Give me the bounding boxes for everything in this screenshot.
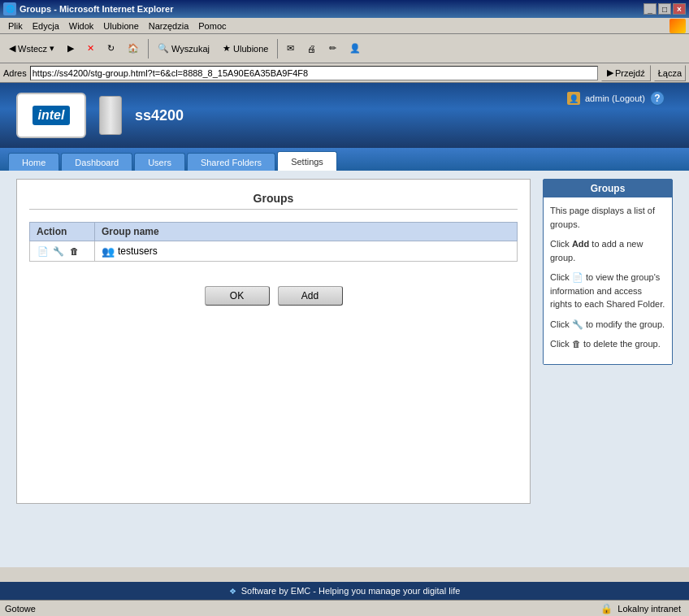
user-info: 👤 admin (Logout) ? xyxy=(567,91,665,106)
home-icon: 🏠 xyxy=(128,43,139,54)
group-name-content: 👥 testusers xyxy=(102,245,510,258)
search-button[interactable]: 🔍 Wyszukaj xyxy=(152,37,215,60)
address-label: Adres xyxy=(3,68,27,78)
intel-logo: intel xyxy=(16,93,86,138)
help-button[interactable]: ? xyxy=(650,91,665,106)
toolbar-separator-1 xyxy=(148,39,149,59)
menu-bar: Plik Edycja Widok Ulubione Narzędzia Pom… xyxy=(0,18,689,34)
group-name-cell: 👥 testusers xyxy=(95,241,518,262)
table-row: 📄 🔧 🗑 👥 testusers xyxy=(30,241,518,262)
section-title: Groups xyxy=(29,192,518,205)
forward-arrow-icon: ▶ xyxy=(67,43,74,54)
home-button[interactable]: 🏠 xyxy=(122,37,145,60)
links-button[interactable]: Łącza xyxy=(654,65,686,81)
toolbar: ◀ Wstecz ▾ ▶ ✕ ↻ 🏠 🔍 Wyszukaj ★ Ulubione… xyxy=(0,34,689,63)
col-action: Action xyxy=(30,223,95,241)
help-panel-title: Groups xyxy=(544,180,672,197)
tab-users[interactable]: Users xyxy=(134,153,185,171)
edit-browser-button[interactable]: ✏ xyxy=(323,37,342,60)
info-icon[interactable]: 📄 xyxy=(37,245,50,258)
mail-button[interactable]: ✉ xyxy=(281,37,300,60)
action-cell: 📄 🔧 🗑 xyxy=(30,241,95,262)
forward-button[interactable]: ▶ xyxy=(62,37,80,60)
menu-ulubione[interactable]: Ulubione xyxy=(98,20,143,33)
mail-icon: ✉ xyxy=(287,43,294,54)
address-input[interactable] xyxy=(30,66,598,80)
stop-icon: ✕ xyxy=(87,43,94,54)
group-name-label: testusers xyxy=(118,245,158,257)
tab-shared-folders[interactable]: Shared Folders xyxy=(187,153,275,171)
nas-page: intel ss4200 👤 admin (Logout) ? Home Das… xyxy=(0,83,689,567)
help-panel-body: This page displays a list of groups. Cli… xyxy=(544,197,672,364)
user-logout-link[interactable]: admin (Logout) xyxy=(585,93,645,103)
edit-icon: ✏ xyxy=(329,43,336,54)
print-button[interactable]: 🖨 xyxy=(301,37,322,60)
favorites-button[interactable]: ★ Ulubione xyxy=(217,37,274,60)
user-icon: 👤 xyxy=(567,92,580,105)
help-panel: Groups This page displays a list of grou… xyxy=(543,179,673,365)
refresh-button[interactable]: ↻ xyxy=(102,37,120,60)
messenger-button[interactable]: 👤 xyxy=(344,37,366,60)
action-icons: 📄 🔧 🗑 xyxy=(37,245,88,258)
window-controls: _ □ × xyxy=(644,3,686,15)
back-button[interactable]: ◀ Wstecz ▾ xyxy=(3,37,60,60)
ie-logo-icon xyxy=(670,19,686,33)
edit-icon[interactable]: 🔧 xyxy=(52,245,65,258)
add-button[interactable]: Add xyxy=(278,286,343,306)
status-bar: Gotowe 🔒 Lokalny intranet xyxy=(0,600,689,616)
tab-dashboard[interactable]: Dashboard xyxy=(61,153,132,171)
nav-tabs: Home Dashboard Users Shared Folders Sett… xyxy=(0,148,689,171)
help-text-4: Click 🔧 to modify the group. xyxy=(550,318,665,332)
device-icon xyxy=(99,96,122,135)
back-arrow-icon: ◀ xyxy=(9,43,15,54)
go-button[interactable]: ▶ Przejdź xyxy=(601,65,651,81)
menu-edycja[interactable]: Edycja xyxy=(28,20,64,33)
help-text-3: Click 📄 to view the group's information … xyxy=(550,271,665,311)
lock-icon: 🔒 xyxy=(600,603,613,614)
maximize-button[interactable]: □ xyxy=(658,3,671,15)
browser-content: intel ss4200 👤 admin (Logout) ? Home Das… xyxy=(0,83,689,567)
device-name: ss4200 xyxy=(135,107,184,124)
tab-home[interactable]: Home xyxy=(8,153,59,171)
close-button[interactable]: × xyxy=(673,3,686,15)
refresh-icon: ↻ xyxy=(107,43,115,54)
window-icon: 🌐 xyxy=(3,2,16,15)
zone-label: Lokalny intranet xyxy=(618,604,681,614)
address-bar: Adres ▶ Przejdź Łącza xyxy=(0,63,689,83)
menu-pomoc[interactable]: Pomoc xyxy=(193,20,231,33)
tab-settings[interactable]: Settings xyxy=(277,151,337,171)
go-arrow-icon: ▶ xyxy=(607,67,613,78)
search-toolbar-icon: 🔍 xyxy=(158,43,169,54)
messenger-icon: 👤 xyxy=(349,43,361,54)
title-bar: 🌐 Groups - Microsoft Internet Explorer _… xyxy=(0,0,689,18)
delete-icon[interactable]: 🗑 xyxy=(67,245,80,258)
help-text-5: Click 🗑 to delete the group. xyxy=(550,337,665,351)
help-text-1: This page displays a list of groups. xyxy=(550,204,665,231)
window-title: Groups - Microsoft Internet Explorer xyxy=(20,4,173,14)
nas-header: intel ss4200 👤 admin (Logout) ? xyxy=(0,83,689,148)
section-divider xyxy=(29,209,518,210)
button-row: OK Add xyxy=(29,286,518,306)
star-icon: ★ xyxy=(223,43,231,54)
dropdown-arrow-icon: ▾ xyxy=(50,43,54,54)
menu-narzedzia[interactable]: Narzędzia xyxy=(144,20,194,33)
menu-plik[interactable]: Plik xyxy=(3,20,28,33)
menu-widok[interactable]: Widok xyxy=(64,20,99,33)
ok-button[interactable]: OK xyxy=(205,286,270,306)
group-users-icon: 👥 xyxy=(102,245,115,258)
help-text-2: Click Add to add a new group. xyxy=(550,237,665,264)
col-group-name: Group name xyxy=(95,223,518,241)
stop-button[interactable]: ✕ xyxy=(81,37,100,60)
status-ready: Gotowe xyxy=(5,604,36,614)
minimize-button[interactable]: _ xyxy=(644,3,656,15)
printer-icon: 🖨 xyxy=(307,44,316,54)
toolbar-separator-2 xyxy=(277,39,278,59)
main-content: Groups Action Group name 📄 xyxy=(16,179,531,504)
content-area: Groups Action Group name 📄 xyxy=(0,171,689,512)
groups-table: Action Group name 📄 🔧 🗑 xyxy=(29,222,518,262)
